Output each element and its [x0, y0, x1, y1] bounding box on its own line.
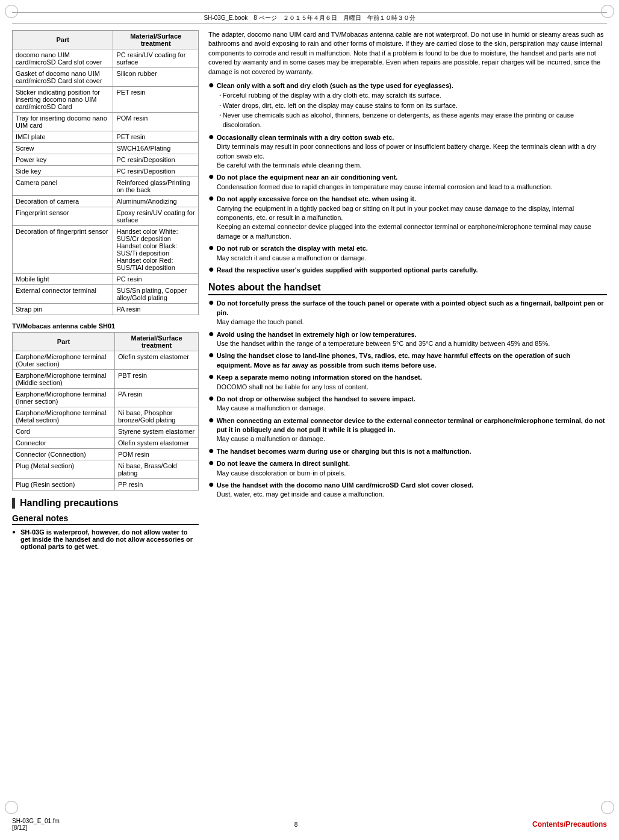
table2-row: Earphone/Microphone terminal (Metal sect…	[13, 407, 199, 426]
materials-table-2: Part Material/Surface treatment Earphone…	[12, 332, 199, 491]
right-bullets: ●Clean only with a soft and dry cloth (s…	[208, 81, 607, 275]
header-text: SH-03G_E.book 8 ページ ２０１５年４月６日 月曜日 午前１０時３…	[204, 14, 415, 21]
bullet-item: ●Read the respective user's guides suppl…	[208, 266, 607, 275]
sub-bullet-item: ・Water drops, dirt, etc. left on the dis…	[217, 101, 607, 110]
bullet-content: Do not drop or otherwise subject the han…	[217, 395, 607, 413]
table2-cell-part: Plug (Resin section)	[13, 479, 115, 491]
bullet-text: May damage the touch panel.	[217, 318, 607, 327]
bullet-content: Keep a separate memo noting information …	[217, 373, 607, 392]
table1-col1-header: Part	[13, 31, 113, 49]
corner-decoration-bl	[5, 801, 18, 814]
table1-col2-header: Material/Surface treatment	[113, 31, 199, 49]
table1-row: Power keyPC resin/Deposition	[13, 154, 199, 166]
bullet-dot: ●	[208, 243, 214, 252]
bullet-dot: ●	[208, 132, 214, 142]
bullet-item: ●Do not place the equipment near an air …	[208, 173, 607, 192]
table1-cell-part: Side key	[13, 166, 113, 177]
bullet-item: ●When connecting an external connector d…	[208, 416, 607, 444]
table2-col2-header: Material/Surface treatment	[115, 333, 199, 351]
table1-row: Tray for inserting docomo nano UIM cardP…	[13, 113, 199, 131]
main-content: Part Material/Surface treatment docomo n…	[12, 30, 607, 554]
table2-row: Plug (Metal section)Ni base, Brass/Gold …	[13, 460, 199, 479]
table2-cell-part: Earphone/Microphone terminal (Outer sect…	[13, 351, 115, 370]
table2-cell-part: Earphone/Microphone terminal (Middle sec…	[13, 370, 115, 389]
table1-cell-material: Epoxy resin/UV coating for surface	[113, 207, 199, 226]
table1-row: Gasket of docomo nano UIM card/microSD C…	[13, 68, 199, 87]
bullet-heading: Clean only with a soft and dry cloth (su…	[217, 82, 453, 89]
bullet-text: DOCOMO shall not be liable for any loss …	[217, 383, 607, 392]
notes-bullets: ●Do not forcefully press the surface of …	[208, 299, 607, 499]
table1-row: External connector terminalSUS/Sn platin…	[13, 285, 199, 304]
bullet-item: ●Do not drop or otherwise subject the ha…	[208, 395, 607, 413]
handling-precautions-heading: Handling precautions	[12, 498, 199, 509]
table2-row: ConnectorOlefin system elastomer	[13, 437, 199, 449]
bullet-dot: ●	[208, 372, 214, 381]
table2-cell-material: Styrene system elastomer	[115, 426, 199, 437]
bullet-item: ●Clean only with a soft and dry cloth (s…	[208, 81, 607, 130]
table2-cell-material: Ni base, Brass/Gold plating	[115, 460, 199, 479]
table1-row: Mobile lightPC resin	[13, 274, 199, 285]
header-line: SH-03G_E.book 8 ページ ２０１５年４月６日 月曜日 午前１０時３…	[12, 12, 607, 24]
table1-row: Side keyPC resin/Deposition	[13, 166, 199, 177]
table1-cell-part: Gasket of docomo nano UIM card/microSD C…	[13, 68, 113, 87]
bullet-dot: ●	[208, 80, 214, 90]
bullet-heading: Occasionally clean terminals with a dry …	[217, 134, 394, 141]
table1-row: ScrewSWCH16A/Plating	[13, 143, 199, 154]
bullet-item: ●The handset becomes warm during use or …	[208, 447, 607, 456]
notes-about-handset-heading: Notes about the handset	[208, 282, 607, 295]
table1-cell-material: PC resin/Deposition	[113, 154, 199, 166]
bullet-heading: Avoid using the handset in extremely hig…	[217, 331, 417, 338]
table2-cell-part: Connector	[13, 437, 115, 449]
bullet-heading: Do not rub or scratch the display with m…	[217, 245, 368, 252]
corner-decoration-br	[601, 801, 614, 814]
bullet-heading: Do not leave the camera in direct sunlig…	[217, 460, 350, 467]
table2-cell-material: Ni base, Phosphor bronze/Gold plating	[115, 407, 199, 426]
bullet-text: May cause a malfunction or damage.	[217, 404, 607, 413]
table1-cell-part: Decoration of fingerprint sensor	[13, 226, 113, 274]
bullet-text: May scratch it and cause a malfunction o…	[217, 254, 607, 263]
bullet-content: Occasionally clean terminals with a dry …	[217, 133, 607, 171]
table1-cell-part: Mobile light	[13, 274, 113, 285]
table1-cell-material: PC resin/UV coating for surface	[113, 49, 199, 68]
bullet-content: Do not leave the camera in direct sunlig…	[217, 459, 607, 478]
table1-row: Fingerprint sensorEpoxy resin/UV coating…	[13, 207, 199, 226]
corner-decoration-tl	[5, 5, 18, 18]
bullet-text: May cause discoloration or burn-in of pi…	[217, 469, 607, 478]
table1-cell-material: PC resin/Deposition	[113, 166, 199, 177]
general-notes-bullet-1: SH-03G is waterproof, however, do not al…	[12, 528, 199, 550]
table1-cell-part: Sticker indicating position for insertin…	[13, 87, 113, 113]
general-notes-heading: General notes	[12, 513, 199, 525]
bullet-item: ●Using the handset close to land-line ph…	[208, 351, 607, 370]
table1-cell-material: POM resin	[113, 113, 199, 131]
intro-text: The adapter, docomo nano UIM card and TV…	[208, 30, 607, 77]
table2-cell-part: Connector (Connection)	[13, 449, 115, 460]
table1-cell-material: PA resin	[113, 304, 199, 315]
bullet-dot: ●	[208, 193, 214, 203]
table2-cell-material: PP resin	[115, 479, 199, 491]
bullet-heading: Do not forcefully press the surface of t…	[217, 299, 604, 316]
right-column: The adapter, docomo nano UIM card and TV…	[208, 30, 607, 554]
corner-decoration-tr	[601, 5, 614, 18]
table2-row: Earphone/Microphone terminal (Inner sect…	[13, 389, 199, 407]
bullet-item: ●Do not rub or scratch the display with …	[208, 244, 607, 263]
table1-cell-material: PET resin	[113, 131, 199, 143]
table2-row: Connector (Connection)POM resin	[13, 449, 199, 460]
table1-cell-part: Tray for inserting docomo nano UIM card	[13, 113, 113, 131]
left-column: Part Material/Surface treatment docomo n…	[12, 30, 199, 554]
table1-row: docomo nano UIM card/microSD Card slot c…	[13, 49, 199, 68]
bullet-heading: Do not drop or otherwise subject the han…	[217, 395, 415, 403]
table1-cell-part: Power key	[13, 154, 113, 166]
bullet-content: Avoid using the handset in extremely hig…	[217, 330, 607, 349]
sub-bullet-item: ・Never use chemicals such as alcohol, th…	[217, 111, 607, 130]
bullet-text: Dust, water, etc. may get inside and cau…	[217, 490, 607, 499]
table2-cell-material: PBT resin	[115, 370, 199, 389]
bullet-heading: Do not place the equipment near an air c…	[217, 174, 398, 181]
general-notes-bullet-1-text: SH-03G is waterproof, however, do not al…	[20, 528, 193, 550]
bullet-text: Carrying the equipment in a tightly pack…	[217, 204, 607, 242]
table1-cell-material: Reinforced glass/Printing on the back	[113, 177, 199, 196]
table1-row: Camera panelReinforced glass/Printing on…	[13, 177, 199, 196]
bullet-dot: ●	[208, 298, 214, 307]
page-wrapper: SH-03G_E.book 8 ページ ２０１５年４月６日 月曜日 午前１０時３…	[0, 0, 619, 840]
table2-cell-part: Cord	[13, 426, 115, 437]
table1-cell-material: PET resin	[113, 87, 199, 113]
